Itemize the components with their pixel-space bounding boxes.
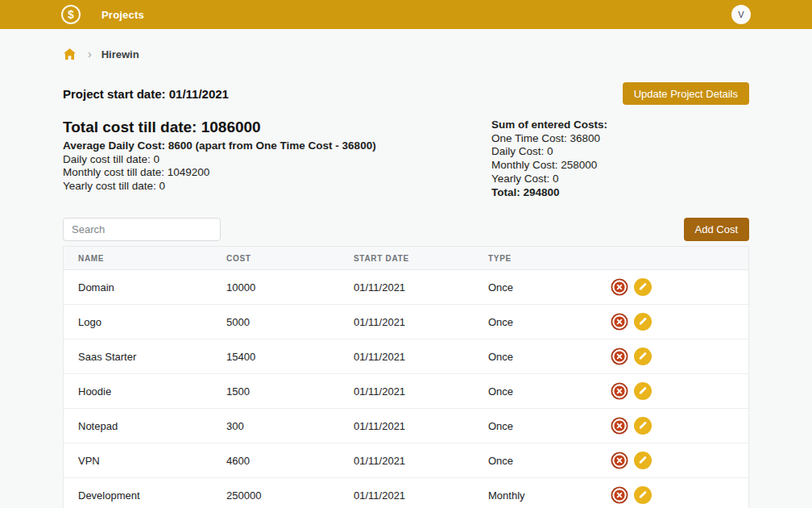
page-content: › Hirewin Project start date: 01/11/2021… [0,46,812,508]
summary-till-date: Total cost till date: 1086000 Average Da… [63,119,376,199]
edit-icon[interactable] [634,313,652,331]
user-avatar[interactable]: V [731,5,751,24]
delete-icon[interactable] [611,486,628,504]
column-header-start-date: Start Date [339,254,474,263]
monthly-cost-till-date: Monthly cost till date: 1049200 [63,166,376,180]
edit-icon[interactable] [634,452,652,469]
yearly-cost-till-date: Yearly cost till date: 0 [63,180,376,194]
cell-name: Domain [64,281,212,294]
cell-start-date: 01/11/2021 [339,385,474,398]
one-time-cost: One Time Cost: 36800 [491,132,749,146]
cell-type: Once [474,316,596,328]
yearly-cost: Yearly Cost: 0 [491,173,749,186]
edit-icon[interactable] [634,382,652,400]
search-input[interactable] [63,218,221,241]
entered-costs-total: Total: 294800 [491,186,749,200]
table-row: VPN 4600 01/11/2021 Once [64,443,748,478]
cell-cost: 4600 [212,455,339,467]
average-daily-cost: Average Daily Cost: 8600 (apart from One… [63,139,376,153]
cell-type: Once [474,385,596,398]
app-title: Projects [102,9,144,21]
edit-icon[interactable] [634,278,652,296]
cell-cost: 300 [212,420,339,432]
breadcrumb: › Hirewin [63,46,749,62]
total-cost-till-date: Total cost till date: 1086000 [63,119,376,136]
cell-cost: 1500 [212,385,339,398]
delete-icon[interactable] [611,417,628,435]
cell-name: Development [64,489,212,502]
cell-start-date: 01/11/2021 [339,489,474,502]
cell-cost: 5000 [212,316,339,328]
cell-name: Notepad [64,420,212,432]
table-row: Hoodie 1500 01/11/2021 Once [64,374,748,409]
column-header-cost: Cost [212,254,339,263]
row-actions [596,417,748,435]
delete-icon[interactable] [611,382,628,400]
add-cost-button[interactable]: Add Cost [684,218,749,241]
row-actions [596,348,748,365]
delete-icon[interactable] [611,452,628,469]
cell-cost: 250000 [212,489,339,502]
app-bar: $ Projects V [0,0,812,29]
delete-icon[interactable] [611,348,628,365]
cell-type: Once [474,420,596,432]
dollar-coin-icon: $ [61,5,81,24]
table-row: Domain 10000 01/11/2021 Once [64,270,748,305]
delete-icon[interactable] [611,313,628,331]
cell-cost: 15400 [212,351,339,363]
monthly-cost: Monthly Cost: 258000 [491,159,749,173]
breadcrumb-current[interactable]: Hirewin [102,48,139,60]
cell-start-date: 01/11/2021 [339,281,474,294]
cell-type: Once [474,455,596,467]
cell-start-date: 01/11/2021 [339,455,474,467]
row-actions [596,313,748,331]
project-header-row: Project start date: 01/11/2021 Update Pr… [63,82,749,105]
column-header-type: Type [474,254,596,263]
table-header-row: Name Cost Start Date Type [64,247,748,270]
cell-name: Saas Starter [64,351,212,363]
table-row: Saas Starter 15400 01/11/2021 Once [64,339,748,374]
cost-toolbar: Add Cost [63,218,749,241]
cell-type: Monthly [474,489,596,502]
row-actions [596,382,748,400]
column-header-name: Name [64,254,212,263]
table-row: Notepad 300 01/11/2021 Once [64,409,748,443]
cell-name: Logo [64,316,212,328]
cell-cost: 10000 [212,281,339,294]
update-project-details-button[interactable]: Update Project Details [623,82,749,105]
cell-type: Once [474,281,596,294]
chevron-right-icon: › [88,48,92,60]
table-row: Logo 5000 01/11/2021 Once [64,305,748,339]
cell-type: Once [474,351,596,363]
cell-start-date: 01/11/2021 [339,420,474,432]
summary-entered-costs: Sum of entered Costs: One Time Cost: 368… [491,119,749,199]
table-body: Domain 10000 01/11/2021 Once Logo 5000 0 [64,270,748,508]
cell-name: Hoodie [64,385,212,398]
cell-name: VPN [64,455,212,467]
edit-icon[interactable] [634,417,652,435]
entered-costs-heading: Sum of entered Costs: [491,119,749,132]
costs-table: Name Cost Start Date Type Domain 10000 0… [63,246,749,508]
row-actions [596,486,748,504]
row-actions [596,278,748,296]
table-row: Development 250000 01/11/2021 Monthly [64,478,748,508]
home-icon[interactable] [63,48,77,60]
daily-cost: Daily Cost: 0 [491,145,749,159]
edit-icon[interactable] [634,348,652,365]
row-actions [596,452,748,469]
daily-cost-till-date: Daily cost till date: 0 [63,153,376,167]
cost-summary: Total cost till date: 1086000 Average Da… [63,119,749,199]
cell-start-date: 01/11/2021 [339,316,474,328]
edit-icon[interactable] [634,486,652,504]
delete-icon[interactable] [611,278,628,296]
cell-start-date: 01/11/2021 [339,351,474,363]
project-start-date: Project start date: 01/11/2021 [63,87,229,101]
